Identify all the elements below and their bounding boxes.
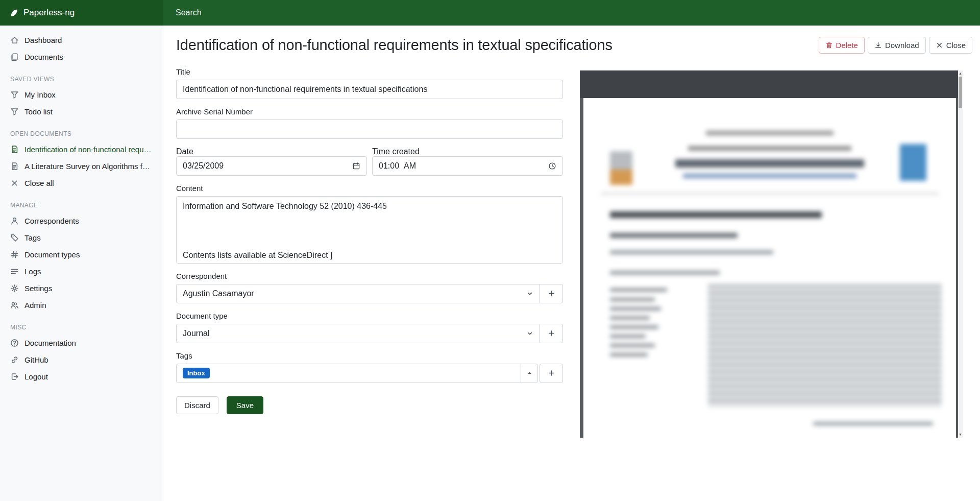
sidebar-item-close-all[interactable]: Close all xyxy=(0,175,163,192)
sidebar-item-dashboard[interactable]: Dashboard xyxy=(0,32,163,49)
scroll-up-arrow[interactable]: ▲ xyxy=(959,70,962,77)
navbar-search-area xyxy=(163,0,980,26)
sidebar-item-github[interactable]: GitHub xyxy=(0,351,163,368)
blur-block xyxy=(688,146,851,151)
title-label: Title xyxy=(176,67,563,76)
sidebar-item-document-types[interactable]: Document types xyxy=(0,246,163,263)
list-icon xyxy=(10,267,19,276)
question-circle-icon xyxy=(10,339,19,347)
sidebar-item-logout[interactable]: Logout xyxy=(0,368,163,385)
trash-icon xyxy=(825,41,833,49)
download-button[interactable]: Download xyxy=(868,37,926,54)
clock-icon[interactable] xyxy=(548,162,556,170)
plus-icon xyxy=(548,369,555,377)
document-type-select[interactable]: Journal xyxy=(176,324,540,343)
blur-block xyxy=(610,344,655,347)
funnel-icon xyxy=(10,107,19,116)
download-icon xyxy=(874,41,882,49)
sidebar-item-documents[interactable]: Documents xyxy=(0,49,163,65)
blur-block xyxy=(610,233,738,238)
blur-block xyxy=(610,335,646,338)
add-document-type-button[interactable] xyxy=(540,324,563,343)
blur-block xyxy=(675,159,864,168)
pdf-page-content xyxy=(583,98,956,438)
archive-serial-number-input[interactable] xyxy=(176,120,563,139)
sidebar-item-logs[interactable]: Logs xyxy=(0,263,163,280)
blur-block xyxy=(610,307,661,311)
close-icon xyxy=(10,179,19,187)
blur-block xyxy=(601,193,939,194)
save-button[interactable]: Save xyxy=(227,396,263,414)
correspondent-select[interactable]: Agustin Casamayor xyxy=(176,284,540,303)
blur-block xyxy=(610,288,667,292)
preview-scrollbar[interactable]: ▲ ▼ xyxy=(958,70,963,438)
discard-button[interactable]: Discard xyxy=(176,396,218,414)
leaf-logo-icon xyxy=(9,8,19,18)
sidebar: Dashboard Documents SAVED VIEWS My Inbox… xyxy=(0,26,163,501)
asn-label: Archive Serial Number xyxy=(176,107,563,116)
scroll-down-arrow[interactable]: ▼ xyxy=(959,432,962,438)
sidebar-open-document-1[interactable]: Identification of non-functional require… xyxy=(0,141,163,158)
document-actions: Delete Download Close xyxy=(819,37,972,54)
main-content: Identification of non-functional require… xyxy=(163,26,980,501)
content-textarea[interactable]: Information and Software Technology 52 (… xyxy=(176,196,563,264)
sidebar-item-todo-list[interactable]: Todo list xyxy=(0,103,163,120)
blur-block xyxy=(813,422,933,425)
file-text-icon xyxy=(10,162,19,171)
title-input[interactable] xyxy=(176,80,563,99)
link-icon xyxy=(10,355,19,364)
app-brand[interactable]: Paperless-ng xyxy=(0,0,163,26)
sidebar-item-tags[interactable]: Tags xyxy=(0,229,163,246)
delete-button[interactable]: Delete xyxy=(819,37,865,54)
blur-block xyxy=(610,353,648,356)
calendar-icon[interactable] xyxy=(352,162,360,170)
tag-icon xyxy=(10,233,19,242)
tags-dropdown-button[interactable] xyxy=(521,364,538,383)
chevron-down-icon xyxy=(526,330,533,337)
close-icon xyxy=(936,41,943,49)
date-input[interactable]: 03/25/2009 xyxy=(176,156,367,176)
sidebar-item-correspondents[interactable]: Correspondents xyxy=(0,212,163,229)
blur-block xyxy=(610,211,822,218)
logout-icon xyxy=(10,372,19,381)
chevron-down-icon xyxy=(526,290,533,297)
close-button[interactable]: Close xyxy=(929,37,972,54)
blur-block xyxy=(610,325,658,329)
app-title: Paperless-ng xyxy=(23,8,75,18)
section-manage: MANAGE xyxy=(0,192,163,212)
blur-block xyxy=(708,284,942,407)
add-tag-button[interactable] xyxy=(540,364,563,383)
date-label: Date xyxy=(176,147,193,156)
blur-block xyxy=(683,174,856,178)
tag-badge-inbox[interactable]: Inbox xyxy=(183,368,210,378)
sidebar-item-documentation[interactable]: Documentation xyxy=(0,335,163,351)
section-misc: MISC xyxy=(0,314,163,335)
sidebar-item-my-inbox[interactable]: My Inbox xyxy=(0,86,163,103)
sidebar-item-admin[interactable]: Admin xyxy=(0,297,163,314)
document-edit-form: Title Archive Serial Number Date 03/25/2… xyxy=(176,67,563,430)
page-title: Identification of non-functional require… xyxy=(176,36,612,55)
house-icon xyxy=(10,36,19,44)
sidebar-open-document-2[interactable]: A Literature Survey on Algorithms for Mu… xyxy=(0,158,163,175)
file-text-icon xyxy=(10,145,19,154)
content-label: Content xyxy=(176,184,563,193)
blur-block xyxy=(900,144,926,181)
files-icon xyxy=(10,53,19,61)
pdf-toolbar xyxy=(580,70,958,98)
time-created-input[interactable]: 01:00 AM xyxy=(372,156,563,176)
search-input[interactable] xyxy=(163,0,980,26)
time-created-label: Time created xyxy=(372,147,420,156)
add-correspondent-button[interactable] xyxy=(540,284,563,303)
sidebar-item-settings[interactable]: Settings xyxy=(0,280,163,297)
blur-block xyxy=(610,250,773,254)
top-navbar: Paperless-ng xyxy=(0,0,980,26)
scrollbar-thumb[interactable] xyxy=(959,77,962,108)
tags-input[interactable]: Inbox xyxy=(176,364,521,383)
tags-label: Tags xyxy=(176,351,563,360)
blur-block xyxy=(706,131,834,135)
document-preview[interactable]: ▲ ▼ xyxy=(580,70,963,438)
correspondent-label: Correspondent xyxy=(176,272,563,280)
section-open-documents: OPEN DOCUMENTS xyxy=(0,120,163,141)
plus-icon xyxy=(548,290,555,297)
section-saved-views: SAVED VIEWS xyxy=(0,65,163,86)
